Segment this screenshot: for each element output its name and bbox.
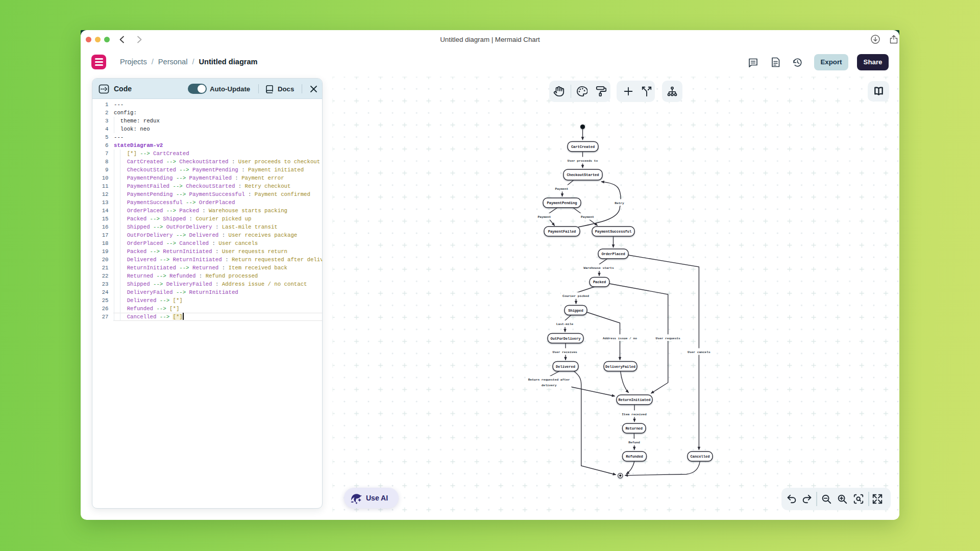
svg-text:Warehouse starts: Warehouse starts bbox=[583, 266, 614, 270]
svg-text:Payment: Payment bbox=[538, 215, 551, 219]
svg-text:delivery: delivery bbox=[542, 384, 557, 387]
svg-text:User cancels: User cancels bbox=[688, 350, 710, 354]
svg-text:DeliveryFailed: DeliveryFailed bbox=[605, 365, 635, 369]
svg-text:User receives: User receives bbox=[553, 350, 578, 354]
svg-text:PaymentPending: PaymentPending bbox=[547, 201, 577, 205]
svg-text:User requests: User requests bbox=[656, 337, 681, 340]
svg-text:Address issue / no: Address issue / no bbox=[603, 337, 637, 340]
svg-text:Packed: Packed bbox=[593, 280, 606, 284]
svg-text:Returned: Returned bbox=[625, 427, 643, 431]
svg-text:Refunded: Refunded bbox=[626, 455, 643, 459]
svg-text:OrderPlaced: OrderPlaced bbox=[601, 252, 625, 256]
svg-text:Retry: Retry bbox=[615, 202, 624, 205]
svg-text:Item received: Item received bbox=[622, 413, 647, 416]
svg-text:Refund: Refund bbox=[628, 441, 640, 444]
svg-text:CartCreated: CartCreated bbox=[571, 145, 595, 149]
svg-text:PaymentSuccessful: PaymentSuccessful bbox=[595, 230, 631, 234]
svg-text:OutForDelivery: OutForDelivery bbox=[551, 337, 581, 341]
svg-text:CheckoutStarted: CheckoutStarted bbox=[567, 173, 599, 177]
svg-text:Courier picked: Courier picked bbox=[562, 294, 589, 298]
svg-text:PaymentFailed: PaymentFailed bbox=[548, 230, 576, 234]
svg-text:User proceeds to: User proceeds to bbox=[568, 159, 598, 163]
svg-text:Return requested after: Return requested after bbox=[528, 378, 570, 382]
svg-text:Payment: Payment bbox=[555, 187, 569, 191]
svg-text:Cancelled: Cancelled bbox=[691, 455, 710, 459]
svg-text:Delivered: Delivered bbox=[556, 365, 575, 369]
svg-text:Last-mile: Last-mile bbox=[556, 322, 574, 326]
svg-text:Shipped: Shipped bbox=[568, 309, 583, 313]
svg-text:ReturnInitiated: ReturnInitiated bbox=[618, 398, 650, 402]
svg-text:Payment: Payment bbox=[581, 215, 594, 219]
